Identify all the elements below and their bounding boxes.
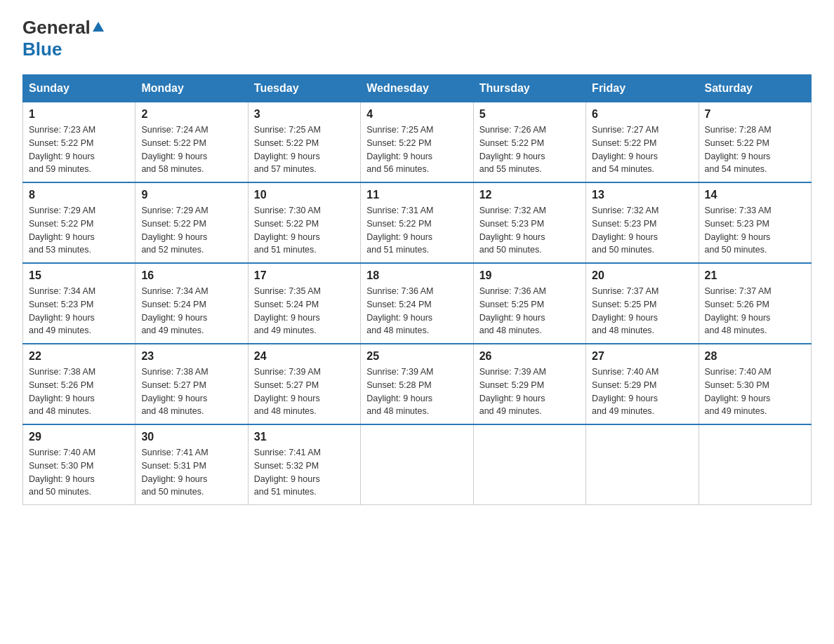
day-of-week-header: Friday: [586, 75, 699, 102]
svg-marker-0: [93, 22, 104, 32]
logo: General Blue: [22, 17, 104, 60]
day-number: 3: [254, 108, 355, 121]
day-info: Sunrise: 7:37 AMSunset: 5:26 PMDaylight:…: [705, 285, 805, 337]
calendar-cell: 18Sunrise: 7:36 AMSunset: 5:24 PMDayligh…: [361, 263, 473, 344]
day-info: Sunrise: 7:25 AMSunset: 5:22 PMDaylight:…: [254, 123, 355, 176]
calendar-week-row: 22Sunrise: 7:38 AMSunset: 5:26 PMDayligh…: [23, 344, 812, 424]
day-info: Sunrise: 7:39 AMSunset: 5:27 PMDaylight:…: [254, 365, 355, 418]
day-info: Sunrise: 7:32 AMSunset: 5:23 PMDaylight:…: [479, 204, 580, 257]
day-info: Sunrise: 7:34 AMSunset: 5:23 PMDaylight:…: [29, 285, 129, 337]
calendar-cell: 14Sunrise: 7:33 AMSunset: 5:23 PMDayligh…: [699, 182, 811, 263]
calendar-cell: 1Sunrise: 7:23 AMSunset: 5:22 PMDaylight…: [23, 102, 135, 183]
calendar-cell: 4Sunrise: 7:25 AMSunset: 5:22 PMDaylight…: [361, 102, 473, 183]
calendar-cell: 27Sunrise: 7:40 AMSunset: 5:29 PMDayligh…: [586, 344, 699, 424]
calendar-cell: 15Sunrise: 7:34 AMSunset: 5:23 PMDayligh…: [23, 263, 135, 344]
calendar-cell: 17Sunrise: 7:35 AMSunset: 5:24 PMDayligh…: [248, 263, 360, 344]
day-info: Sunrise: 7:36 AMSunset: 5:24 PMDaylight:…: [366, 285, 467, 337]
day-info: Sunrise: 7:33 AMSunset: 5:23 PMDaylight:…: [705, 204, 805, 257]
day-number: 23: [141, 350, 241, 363]
day-number: 27: [592, 350, 692, 363]
day-number: 2: [141, 108, 241, 121]
day-number: 11: [366, 189, 467, 201]
day-number: 6: [592, 108, 692, 121]
calendar-cell: 10Sunrise: 7:30 AMSunset: 5:22 PMDayligh…: [248, 182, 360, 263]
day-number: 13: [592, 189, 692, 201]
calendar-header-row: SundayMondayTuesdayWednesdayThursdayFrid…: [23, 75, 812, 102]
day-info: Sunrise: 7:29 AMSunset: 5:22 PMDaylight:…: [29, 204, 129, 257]
day-number: 4: [366, 108, 467, 121]
logo-general-text: General: [22, 17, 91, 39]
calendar-cell: 28Sunrise: 7:40 AMSunset: 5:30 PMDayligh…: [699, 344, 811, 424]
calendar-cell: 3Sunrise: 7:25 AMSunset: 5:22 PMDaylight…: [248, 102, 360, 183]
calendar-cell: 31Sunrise: 7:41 AMSunset: 5:32 PMDayligh…: [248, 424, 360, 505]
calendar-cell: 2Sunrise: 7:24 AMSunset: 5:22 PMDaylight…: [135, 102, 248, 183]
day-number: 28: [705, 350, 805, 363]
calendar-cell: 5Sunrise: 7:26 AMSunset: 5:22 PMDaylight…: [473, 102, 585, 183]
day-number: 30: [141, 431, 241, 443]
calendar-cell: 22Sunrise: 7:38 AMSunset: 5:26 PMDayligh…: [23, 344, 135, 424]
day-number: 12: [479, 189, 580, 201]
day-number: 20: [592, 269, 692, 282]
day-info: Sunrise: 7:25 AMSunset: 5:22 PMDaylight:…: [366, 123, 467, 176]
day-info: Sunrise: 7:30 AMSunset: 5:22 PMDaylight:…: [254, 204, 355, 257]
day-info: Sunrise: 7:35 AMSunset: 5:24 PMDaylight:…: [254, 285, 355, 337]
day-number: 31: [254, 431, 355, 443]
day-of-week-header: Tuesday: [248, 75, 360, 102]
calendar-cell: 6Sunrise: 7:27 AMSunset: 5:22 PMDaylight…: [586, 102, 699, 183]
logo-triangle-icon: [93, 22, 104, 34]
day-info: Sunrise: 7:38 AMSunset: 5:27 PMDaylight:…: [141, 365, 241, 418]
calendar-cell: 30Sunrise: 7:41 AMSunset: 5:31 PMDayligh…: [135, 424, 248, 505]
calendar-cell: 12Sunrise: 7:32 AMSunset: 5:23 PMDayligh…: [473, 182, 585, 263]
calendar-cell: 16Sunrise: 7:34 AMSunset: 5:24 PMDayligh…: [135, 263, 248, 344]
calendar-table: SundayMondayTuesdayWednesdayThursdayFrid…: [22, 74, 812, 505]
calendar-cell: 11Sunrise: 7:31 AMSunset: 5:22 PMDayligh…: [361, 182, 473, 263]
day-number: 8: [29, 189, 129, 201]
day-info: Sunrise: 7:38 AMSunset: 5:26 PMDaylight:…: [29, 365, 129, 418]
day-number: 7: [705, 108, 805, 121]
calendar-cell: 13Sunrise: 7:32 AMSunset: 5:23 PMDayligh…: [586, 182, 699, 263]
day-of-week-header: Saturday: [699, 75, 811, 102]
day-info: Sunrise: 7:32 AMSunset: 5:23 PMDaylight:…: [592, 204, 692, 257]
day-info: Sunrise: 7:27 AMSunset: 5:22 PMDaylight:…: [592, 123, 692, 176]
day-number: 24: [254, 350, 355, 363]
day-number: 10: [254, 189, 355, 201]
day-info: Sunrise: 7:36 AMSunset: 5:25 PMDaylight:…: [479, 285, 580, 337]
day-info: Sunrise: 7:41 AMSunset: 5:31 PMDaylight:…: [141, 446, 241, 499]
calendar-cell: 9Sunrise: 7:29 AMSunset: 5:22 PMDaylight…: [135, 182, 248, 263]
calendar-week-row: 15Sunrise: 7:34 AMSunset: 5:23 PMDayligh…: [23, 263, 812, 344]
calendar-week-row: 1Sunrise: 7:23 AMSunset: 5:22 PMDaylight…: [23, 102, 812, 183]
calendar-week-row: 8Sunrise: 7:29 AMSunset: 5:22 PMDaylight…: [23, 182, 812, 263]
calendar-cell: 24Sunrise: 7:39 AMSunset: 5:27 PMDayligh…: [248, 344, 360, 424]
calendar-cell: 7Sunrise: 7:28 AMSunset: 5:22 PMDaylight…: [699, 102, 811, 183]
calendar-cell: [361, 424, 473, 505]
day-info: Sunrise: 7:28 AMSunset: 5:22 PMDaylight:…: [705, 123, 805, 176]
day-number: 22: [29, 350, 129, 363]
day-number: 29: [29, 431, 129, 443]
calendar-cell: 25Sunrise: 7:39 AMSunset: 5:28 PMDayligh…: [361, 344, 473, 424]
calendar-cell: 8Sunrise: 7:29 AMSunset: 5:22 PMDaylight…: [23, 182, 135, 263]
day-info: Sunrise: 7:39 AMSunset: 5:28 PMDaylight:…: [366, 365, 467, 418]
page-header: General Blue: [22, 17, 812, 60]
day-info: Sunrise: 7:37 AMSunset: 5:25 PMDaylight:…: [592, 285, 692, 337]
calendar-cell: [586, 424, 699, 505]
day-info: Sunrise: 7:26 AMSunset: 5:22 PMDaylight:…: [479, 123, 580, 176]
day-info: Sunrise: 7:40 AMSunset: 5:29 PMDaylight:…: [592, 365, 692, 418]
day-info: Sunrise: 7:31 AMSunset: 5:22 PMDaylight:…: [366, 204, 467, 257]
calendar-cell: 29Sunrise: 7:40 AMSunset: 5:30 PMDayligh…: [23, 424, 135, 505]
calendar-cell: 19Sunrise: 7:36 AMSunset: 5:25 PMDayligh…: [473, 263, 585, 344]
day-of-week-header: Thursday: [473, 75, 585, 102]
day-info: Sunrise: 7:40 AMSunset: 5:30 PMDaylight:…: [705, 365, 805, 418]
calendar-cell: 20Sunrise: 7:37 AMSunset: 5:25 PMDayligh…: [586, 263, 699, 344]
calendar-cell: [699, 424, 811, 505]
day-number: 9: [141, 189, 241, 201]
day-number: 18: [366, 269, 467, 282]
day-number: 15: [29, 269, 129, 282]
day-info: Sunrise: 7:41 AMSunset: 5:32 PMDaylight:…: [254, 446, 355, 499]
day-number: 19: [479, 269, 580, 282]
day-info: Sunrise: 7:40 AMSunset: 5:30 PMDaylight:…: [29, 446, 129, 499]
day-number: 26: [479, 350, 580, 363]
calendar-cell: [473, 424, 585, 505]
day-number: 21: [705, 269, 805, 282]
day-number: 1: [29, 108, 129, 121]
day-info: Sunrise: 7:29 AMSunset: 5:22 PMDaylight:…: [141, 204, 241, 257]
